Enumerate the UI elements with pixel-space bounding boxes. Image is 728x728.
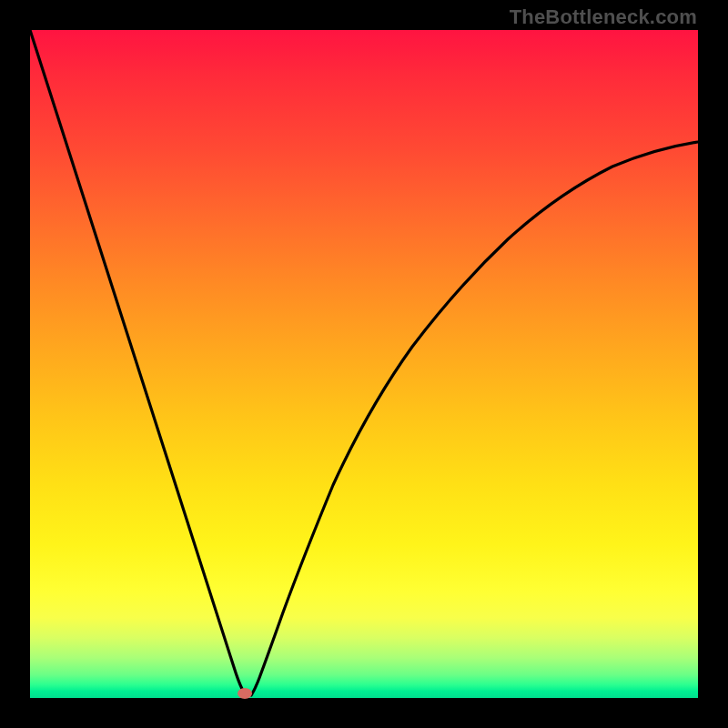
curve-right-branch — [251, 142, 698, 695]
watermark-text: TheBottleneck.com — [510, 5, 697, 29]
bottleneck-curve — [30, 30, 698, 698]
plot-area — [30, 30, 698, 698]
chart-frame: TheBottleneck.com — [0, 0, 728, 728]
minimum-marker — [238, 688, 252, 699]
curve-left-branch — [30, 30, 247, 695]
